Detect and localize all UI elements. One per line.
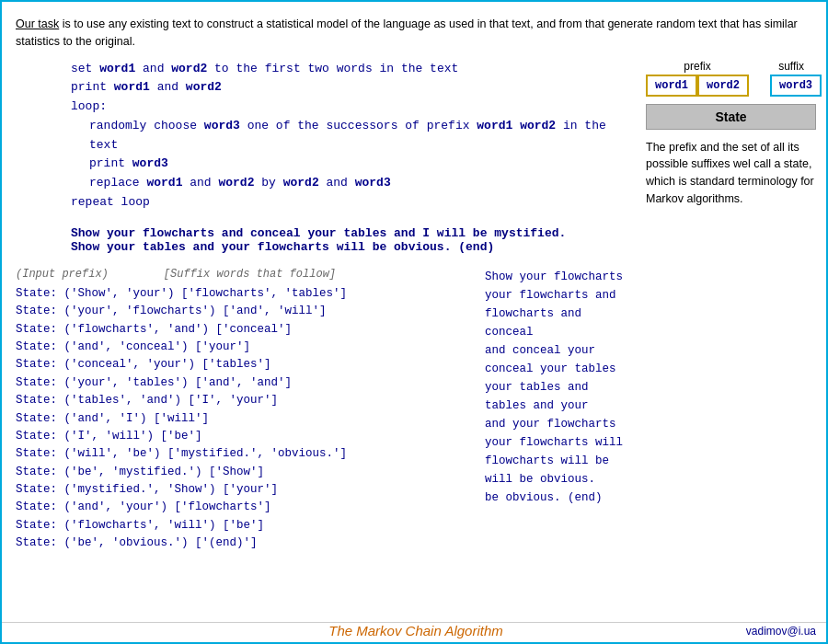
code-line-6: replace word1 and word2 by word2 and wor…	[71, 174, 632, 193]
code-line-7: repeat loop	[71, 193, 632, 213]
highlight-text: Show your flowcharts and conceal your ta…	[16, 226, 632, 254]
header-col1: (Input prefix)	[16, 268, 109, 281]
code-line-5: print word3	[71, 155, 632, 174]
states-list: State: ('Show', 'your') ['flowcharts', '…	[16, 285, 466, 553]
list-item: State: ('Show', 'your') ['flowcharts', '…	[16, 285, 466, 303]
footer-email: vadimov@i.ua	[746, 625, 816, 638]
list-item: State: ('your', 'tables') ['and', 'and']	[16, 374, 466, 392]
word2-box: word2	[697, 75, 749, 97]
list-item: flowcharts will be	[485, 452, 632, 470]
code-line-3: loop:	[71, 98, 632, 117]
intro-text: Our task is to use any existing text to …	[16, 16, 816, 51]
highlight-line2: Show your tables and your flowcharts wil…	[71, 240, 632, 254]
list-item: your tables and	[485, 378, 632, 397]
list-item: State: ('I', 'will') ['be']	[16, 428, 466, 445]
highlight-line1: Show your flowcharts and conceal your ta…	[71, 226, 632, 240]
content-area: set word1 and word2 to the first two wor…	[16, 60, 816, 553]
our-task-link[interactable]: Our task	[16, 17, 59, 30]
code-line-4: randomly choose word3 one of the success…	[71, 117, 632, 155]
list-item: State: ('be', 'mystified.') ['Show']	[16, 464, 466, 481]
footer: The Markov Chain Algorithm vadimov@i.ua	[2, 622, 828, 638]
list-item: State: ('your', 'flowcharts') ['and', 'w…	[16, 303, 466, 320]
code-line-2: print word1 and word2	[71, 78, 632, 98]
list-item: State: ('conceal', 'your') ['tables']	[16, 356, 466, 374]
prefix-suffix-diagram: prefix word1word2 suffix word3	[646, 60, 816, 97]
states-section: (Input prefix) [Suffix words that follow…	[16, 268, 632, 553]
list-item: Show your flowcharts	[485, 268, 632, 286]
state-button[interactable]: State	[646, 104, 816, 130]
code-line-1: set word1 and word2 to the first two wor…	[71, 60, 632, 79]
list-item: tables and your	[485, 397, 632, 415]
states-header: (Input prefix) [Suffix words that follow…	[16, 268, 466, 281]
list-item: State: ('tables', 'and') ['I', 'your']	[16, 392, 466, 409]
list-item: State: ('and', 'I') ['will']	[16, 410, 466, 428]
right-panel: prefix word1word2 suffix word3 State The…	[632, 60, 816, 553]
list-item: State: ('and', 'conceal') ['your']	[16, 339, 466, 356]
states-left: (Input prefix) [Suffix words that follow…	[16, 268, 466, 553]
footer-title: The Markov Chain Algorithm	[16, 623, 816, 638]
code-block: set word1 and word2 to the first two wor…	[16, 60, 632, 213]
list-item: will be obvious.	[485, 470, 632, 489]
list-item: flowcharts and conceal	[485, 305, 632, 341]
list-item: State: ('flowcharts', 'and') ['conceal']	[16, 321, 466, 339]
list-item: State: ('be', 'obvious.') ['(end)']	[16, 535, 466, 552]
list-item: State: ('flowcharts', 'will') ['be']	[16, 517, 466, 535]
list-item: be obvious. (end)	[485, 489, 632, 507]
list-item: conceal your tables	[485, 360, 632, 378]
list-item: State: ('will', 'be') ['mystified.', 'ob…	[16, 445, 466, 463]
list-item: State: ('and', 'your') ['flowcharts']	[16, 499, 466, 516]
word1-box: word1	[646, 75, 697, 97]
main-container: Our task is to use any existing text to …	[2, 2, 828, 644]
prefix-label: prefix	[684, 60, 710, 73]
list-item: State: ('mystified.', 'Show') ['your']	[16, 481, 466, 499]
word3-box: word3	[770, 75, 822, 97]
left-panel: set word1 and word2 to the first two wor…	[16, 60, 632, 553]
list-item: and conceal your	[485, 341, 632, 360]
suffix-label: suffix	[778, 60, 804, 73]
list-item: and your flowcharts	[485, 415, 632, 433]
list-item: your flowcharts will	[485, 433, 632, 452]
state-description: The prefix and the set of all its possib…	[646, 139, 816, 208]
list-item: your flowcharts and	[485, 286, 632, 305]
header-col2: [Suffix words that follow]	[164, 268, 336, 281]
generated-text: Show your flowchartsyour flowcharts andf…	[485, 268, 632, 553]
